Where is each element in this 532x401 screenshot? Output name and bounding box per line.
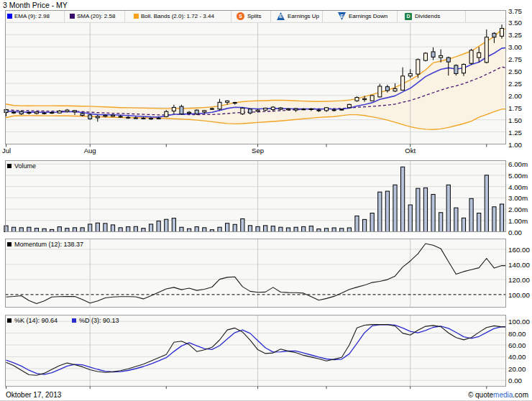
stochastic-y-label: 60.00 xyxy=(508,341,526,349)
stochastic-d-panel-label: %D (3): 90.13 xyxy=(72,317,119,324)
volume-y-label: 0.00 xyxy=(508,228,522,236)
volume-bar xyxy=(180,227,183,231)
candle-body-down xyxy=(248,109,252,113)
volume-bar xyxy=(165,219,168,231)
candle-body-up xyxy=(226,101,229,102)
volume-bar xyxy=(431,194,435,231)
volume-bar xyxy=(88,224,92,232)
momentum-y-label: 120.00 xyxy=(508,275,530,283)
splits-icon: S xyxy=(237,12,244,20)
volume-bar xyxy=(279,227,283,231)
volume-bar xyxy=(294,227,298,231)
volume-bar xyxy=(111,225,114,232)
volume-bar xyxy=(27,227,31,231)
volume-bar xyxy=(81,228,84,232)
legend-spacer xyxy=(466,11,506,22)
price-y-label: 3.00 xyxy=(508,43,522,51)
volume-bar xyxy=(241,218,244,231)
volume-bar xyxy=(96,223,99,231)
candle-body-down xyxy=(195,110,198,114)
volume-bar xyxy=(332,228,336,232)
candle-body-up xyxy=(256,110,260,111)
price-y-label: 1.50 xyxy=(508,116,522,124)
stochastic-y-label: 40.00 xyxy=(508,353,526,361)
momentum-y-label: 140.00 xyxy=(508,260,530,268)
candle-body-up xyxy=(134,118,137,119)
price-x-month-label-okt: Okt xyxy=(405,147,416,155)
candle-body-up xyxy=(370,96,374,101)
candle-body-up xyxy=(264,108,267,110)
volume-bar xyxy=(12,227,16,231)
volume-label-text: Volume xyxy=(14,162,36,170)
candle-body-up xyxy=(317,110,321,111)
stochastic-d-swatch-icon xyxy=(72,318,76,323)
volume-bar xyxy=(203,228,206,232)
price-y-label: 1.25 xyxy=(508,128,522,136)
candle-body-down xyxy=(294,109,298,110)
price-y-label: 3.50 xyxy=(508,19,522,27)
volume-bar xyxy=(416,188,420,231)
volume-bar xyxy=(127,227,130,232)
candle-body-down xyxy=(279,108,283,109)
volume-swatch-icon xyxy=(7,164,12,168)
candle-body-up xyxy=(35,112,38,114)
volume-bar xyxy=(157,221,160,232)
volume-bar xyxy=(134,226,137,231)
volume-bar xyxy=(309,226,313,232)
volume-bar xyxy=(119,228,122,232)
volume-bar xyxy=(362,219,366,231)
volume-bar xyxy=(317,229,321,232)
price-y-label: 2.00 xyxy=(508,91,522,99)
candle-body-up xyxy=(378,86,382,97)
legend-sma-label: SMA (20): 2.58 xyxy=(77,13,115,19)
volume-bar xyxy=(4,226,8,231)
price-legend: EMA (9): 2.98 SMA (20): 2.58 Boll. Bands… xyxy=(6,11,506,22)
candle-body-up xyxy=(401,76,405,91)
candle-body-up xyxy=(188,112,191,113)
volume-bar xyxy=(195,227,198,232)
stochastic-k-label-text: %K (14): 90.64 xyxy=(14,317,58,324)
volume-bar xyxy=(73,228,76,232)
dividends-icon: D xyxy=(405,13,412,20)
volume-bar xyxy=(462,218,465,231)
stock-chart: 3 Month Price - MY EMA (9): 2.98 SMA (20… xyxy=(0,0,532,401)
volume-bar xyxy=(271,226,275,232)
volume-bar xyxy=(286,228,290,232)
candle-body-up xyxy=(462,65,465,73)
volume-bar xyxy=(347,228,351,232)
candle-body-down xyxy=(96,116,99,118)
volume-bar xyxy=(65,229,69,232)
candle-body-up xyxy=(119,116,122,117)
candle-body-up xyxy=(439,55,443,57)
candle-body-down xyxy=(454,65,458,73)
stochastic-y-label: 100.00 xyxy=(508,318,530,326)
price-y-label: 3.25 xyxy=(508,31,522,39)
candle-body-up xyxy=(363,98,367,99)
candle-body-up xyxy=(142,118,145,119)
volume-bar xyxy=(172,218,175,232)
volume-bar xyxy=(446,185,450,231)
candle-body-up xyxy=(302,109,306,110)
volume-bar xyxy=(104,223,107,232)
legend-item-earnings-up: E Earnings Up xyxy=(271,11,323,22)
candle-body-up xyxy=(111,115,115,116)
candle-body-up xyxy=(150,119,153,119)
chart-title: 3 Month Price - MY xyxy=(3,1,68,9)
chart-canvas[interactable] xyxy=(0,0,532,401)
stochastic-y-label: 0.00 xyxy=(508,377,522,384)
candle-body-up xyxy=(12,112,16,113)
volume-y-label: 5.00m xyxy=(508,171,528,179)
volume-y-label: 1.00m xyxy=(508,216,528,224)
ema-swatch-icon xyxy=(7,14,12,19)
candle-body-down xyxy=(210,109,214,109)
candle-body-up xyxy=(203,111,206,112)
volume-bar xyxy=(454,208,458,231)
candle-body-down xyxy=(431,52,435,57)
legend-item-sma: SMA (20): 2.58 xyxy=(65,11,125,22)
volume-bar xyxy=(302,226,306,231)
earnings-down-icon: E xyxy=(338,12,346,20)
volume-bar xyxy=(58,227,61,232)
sma-swatch-icon xyxy=(70,14,75,19)
candle-body-up xyxy=(469,50,473,63)
candle-body-down xyxy=(492,33,496,37)
